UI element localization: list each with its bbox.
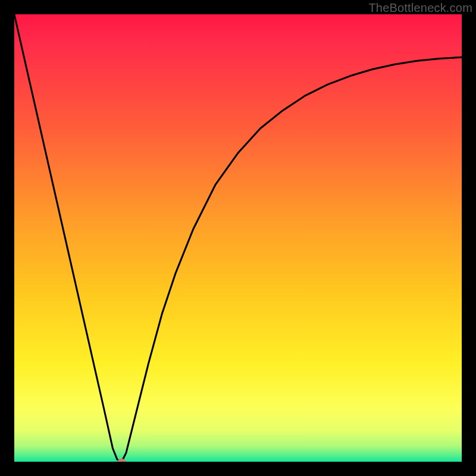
attribution-label: TheBottleneck.com — [368, 1, 472, 15]
gradient-background — [14, 14, 462, 462]
chart-svg — [14, 14, 462, 462]
chart-frame: TheBottleneck.com — [0, 0, 476, 476]
plot-area — [14, 14, 462, 462]
